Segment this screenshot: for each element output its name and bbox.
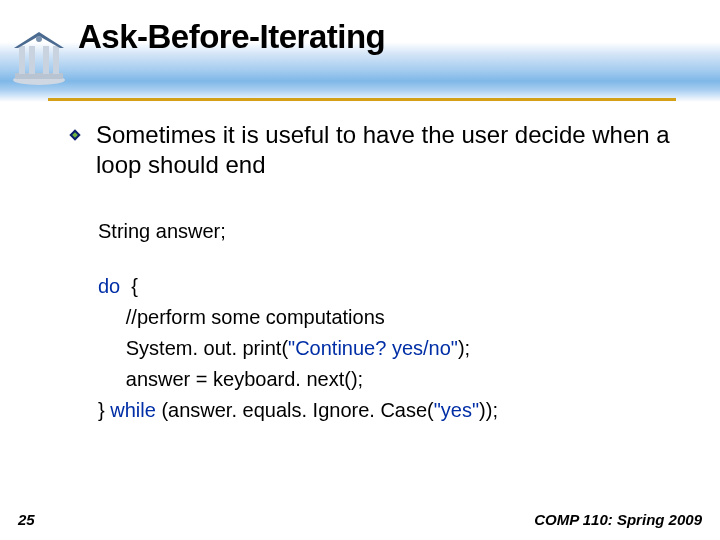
page-number: 25 — [18, 511, 35, 528]
slide-content: Sometimes it is useful to have the user … — [68, 120, 680, 426]
code-line: //perform some computations — [98, 302, 680, 333]
bullet-item: Sometimes it is useful to have the user … — [68, 120, 680, 180]
code-line: String answer; — [98, 216, 680, 247]
bullet-text: Sometimes it is useful to have the user … — [96, 120, 680, 180]
title-underline — [48, 98, 676, 101]
code-line: do { — [98, 271, 680, 302]
svg-rect-5 — [53, 46, 59, 74]
svg-rect-4 — [43, 46, 49, 74]
svg-point-6 — [36, 36, 42, 42]
svg-rect-2 — [19, 46, 25, 74]
code-line: System. out. print("Continue? yes/no"); — [98, 333, 680, 364]
code-line: } while (answer. equals. Ignore. Case("y… — [98, 395, 680, 426]
unc-well-logo — [10, 28, 68, 86]
svg-rect-3 — [29, 46, 35, 74]
slide-title: Ask-Before-Iterating — [78, 18, 385, 56]
diamond-bullet-icon — [68, 128, 82, 142]
code-block: String answer; do { //perform some compu… — [98, 216, 680, 426]
footer-text: COMP 110: Spring 2009 — [534, 511, 702, 528]
code-line: answer = keyboard. next(); — [98, 364, 680, 395]
